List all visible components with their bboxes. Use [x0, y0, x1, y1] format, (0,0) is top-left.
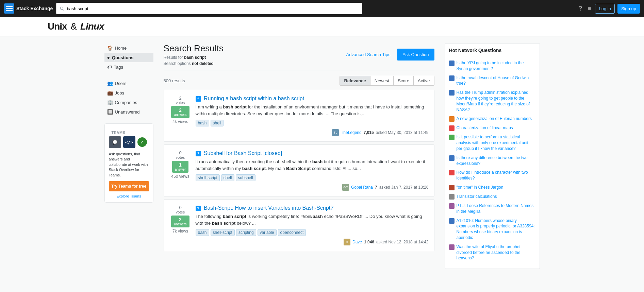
hot-network-link[interactable]: A121016: Numbers whose binary expansion …: [457, 218, 535, 241]
tag-shell-script[interactable]: shell-script: [211, 229, 235, 236]
sidebar-label-tags: Tags: [114, 65, 123, 70]
tag-shell[interactable]: shell: [211, 120, 224, 126]
question-title[interactable]: Bash-Script: How to insert Variables int…: [196, 205, 429, 211]
try-teams-button[interactable]: Try Teams for free: [109, 181, 149, 191]
sidebar-link-home[interactable]: 🏠 Home: [104, 43, 153, 53]
search-results-title: Search Results: [164, 43, 224, 54]
inbox-button[interactable]: ≡: [586, 4, 593, 14]
sidebar-item-unanswered[interactable]: 🔲 Unanswered: [104, 107, 153, 117]
hot-network-title: Hot Network Questions: [449, 48, 535, 56]
search-bar[interactable]: [56, 3, 362, 14]
hot-site-icon: [449, 218, 455, 224]
hot-network-link[interactable]: Is it possible to perform a statistical …: [457, 134, 535, 151]
hot-network-item: A121016: Numbers whose binary expansion …: [449, 218, 535, 241]
help-button[interactable]: ?: [577, 4, 583, 14]
question-meta: TL TheLegend 7,015 asked May 30, 2013 at…: [196, 129, 429, 136]
votes-label: votes: [176, 210, 185, 214]
sort-tab-newest[interactable]: Newest: [370, 76, 394, 85]
stack-exchange-label: Stack Exchange: [16, 6, 53, 11]
search-input[interactable]: [67, 6, 359, 11]
hot-network-link[interactable]: Has the Trump administration explained h…: [457, 90, 535, 113]
user-rep: 7: [375, 185, 377, 190]
hot-site-icon: [449, 185, 455, 190]
sort-tab-active[interactable]: Active: [414, 76, 434, 85]
sidebar-item-home[interactable]: 🏠 Home: [104, 43, 153, 53]
sidebar-link-companies[interactable]: 🏢 Companies: [104, 98, 153, 107]
hot-network-link[interactable]: Is the YPJ going to be included in the S…: [457, 60, 535, 72]
explore-teams-link[interactable]: Explore Teams: [109, 194, 149, 198]
asked-text: asked Nov 12, 2018 at 14:42: [376, 240, 428, 244]
sidebar-item-users[interactable]: 👥 Users: [104, 79, 153, 88]
hot-network-link[interactable]: Transistor calculations: [457, 194, 497, 200]
sidebar-item-questions[interactable]: ● Questions: [104, 53, 153, 62]
hot-site-icon: [449, 135, 455, 140]
sidebar-link-users[interactable]: 👥 Users: [104, 79, 153, 88]
tag-shell[interactable]: shell: [221, 174, 234, 181]
ask-question-button[interactable]: Ask Question: [397, 49, 434, 61]
svg-rect-1: [6, 6, 13, 7]
votes-number: 0: [179, 205, 181, 210]
hot-items-list: Is the YPJ going to be included in the S…: [449, 60, 535, 261]
search-meta: Results for bash script: [164, 55, 224, 60]
site-logo-text1: Unix: [48, 21, 67, 32]
asked-text: asked Jan 7, 2017 at 18:26: [379, 185, 429, 190]
answers-badge: 1 answer: [172, 161, 188, 173]
sidebar-link-jobs[interactable]: 💼 Jobs: [104, 88, 153, 98]
tag-scripting[interactable]: scripting: [236, 229, 256, 236]
topbar: Stack Exchange ? ≡ Log in Sign up: [0, 0, 644, 17]
sidebar-label-unanswered: Unanswered: [115, 109, 140, 115]
hot-network-link[interactable]: Characterization of linear maps: [457, 125, 513, 131]
not-deleted-badge: not deleted: [192, 61, 214, 66]
sidebar-item-jobs[interactable]: 💼 Jobs: [104, 88, 153, 98]
question-title[interactable]: Subshell for Bash Script [closed]: [196, 150, 429, 156]
sort-tab-relevance[interactable]: Relevance: [340, 76, 370, 85]
sidebar-nav: 🏠 Home ● Questions 🏷 Tags: [104, 43, 153, 72]
sidebar-link-unanswered[interactable]: 🔲 Unanswered: [104, 107, 153, 117]
question-type-icon: [196, 96, 201, 102]
hot-network-link[interactable]: Was the wife of Eliyahu the prophet divo…: [457, 244, 535, 261]
votes-label: votes: [176, 155, 185, 159]
tag-bash[interactable]: bash: [196, 120, 209, 126]
question-stats: 0 votes 1 answer 450 views: [169, 150, 192, 191]
hot-network-link[interactable]: How do I introduce a character with two …: [457, 170, 535, 181]
hot-network-link[interactable]: Is there any difference between the two …: [457, 155, 535, 167]
tag-bash[interactable]: bash: [196, 229, 209, 236]
hot-site-icon: [449, 244, 455, 250]
user-name: TheLegend: [341, 130, 362, 135]
hot-network-item: Transistor calculations: [449, 194, 535, 200]
question-item: 2 votes 2 answers 4k views Running a bas…: [164, 90, 434, 142]
hot-site-icon: [449, 75, 455, 81]
answers-label: answer: [175, 168, 186, 171]
user-rep: 7,015: [364, 130, 374, 135]
hot-site-icon: [449, 125, 455, 131]
search-header-left: Search Results Results for bash script S…: [164, 43, 224, 66]
tag-variable[interactable]: variable: [258, 229, 277, 236]
tag-subshell[interactable]: subshell: [236, 174, 255, 181]
hot-network-link[interactable]: "on time" in Chess Jargon: [457, 185, 503, 190]
sidebar-item-companies[interactable]: 🏢 Companies: [104, 98, 153, 107]
login-button[interactable]: Log in: [595, 4, 614, 14]
tag-openconnect[interactable]: openconnect: [278, 229, 306, 236]
question-tags: shell-script shell subshell: [196, 174, 429, 181]
hot-network-item: Characterization of linear maps: [449, 125, 535, 131]
hot-network-item: Is it possible to perform a statistical …: [449, 134, 535, 151]
hot-network-link[interactable]: PTlJ: Loose References to Modern Names i…: [457, 203, 535, 214]
tag-shell-script[interactable]: shell-script: [196, 174, 220, 181]
sort-tab-score[interactable]: Score: [394, 76, 414, 85]
signup-button[interactable]: Sign up: [617, 4, 640, 14]
hot-network-item: A new generalization of Eulerian numbers: [449, 116, 535, 122]
site-logo-and: &: [70, 21, 77, 32]
left-sidebar: 🏠 Home ● Questions 🏷 Tags 👥: [101, 43, 157, 269]
sidebar-item-tags[interactable]: 🏷 Tags: [104, 62, 153, 72]
question-meta: GR Gopal Raha 7 asked Jan 7, 2017 at 18:…: [196, 184, 429, 191]
hot-network-link[interactable]: A new generalization of Eulerian numbers: [457, 116, 532, 122]
questions-icon: ●: [107, 55, 110, 60]
sidebar-link-tags[interactable]: 🏷 Tags: [104, 62, 153, 72]
user-name: Dave: [352, 240, 362, 244]
hot-network-link[interactable]: Is the royal descent of House of Godwin …: [457, 75, 535, 87]
sort-tabs: Relevance Newest Score Active: [340, 76, 434, 86]
question-title[interactable]: Running a bash script within a bash scri…: [196, 96, 429, 102]
results-for-label: Results for: [164, 55, 184, 60]
sidebar-link-questions[interactable]: ● Questions: [104, 53, 153, 62]
advanced-search-link[interactable]: Advanced Search Tips: [346, 52, 390, 57]
